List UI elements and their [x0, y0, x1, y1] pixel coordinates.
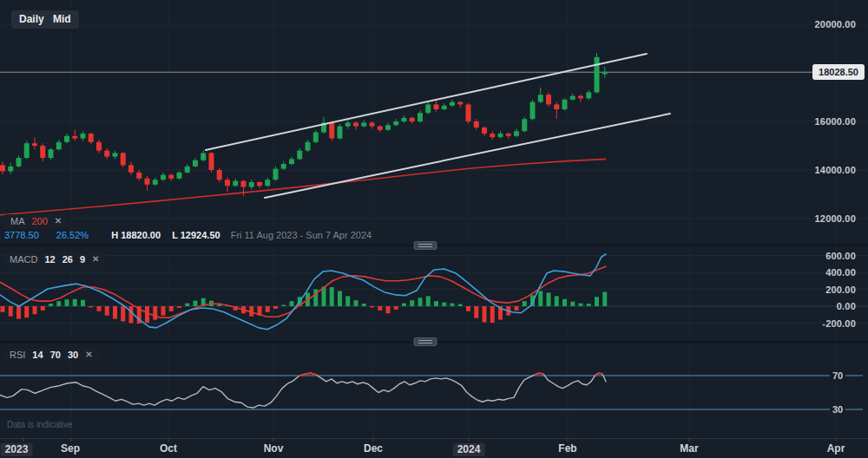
period-low-value: L 12924.50	[172, 230, 220, 241]
time-label-apr: Apr	[827, 443, 845, 455]
rsi-indicator	[0, 373, 606, 408]
ma-period-value: 200	[32, 216, 48, 226]
instrument-stats-row: 3778.50 26.52% H 18820.00 L 12924.50 Fri…	[4, 230, 372, 241]
price-axis[interactable]	[809, 0, 868, 438]
time-label-2023: 2023	[1, 443, 33, 456]
ma200-line	[0, 159, 606, 214]
time-label-dec: Dec	[364, 443, 383, 455]
date-range-label: Fri 11 Aug 2023 - Sun 7 Apr 2024	[231, 230, 372, 241]
macd-params-value: 12 26 9	[44, 254, 85, 265]
period-high-value: H 18820.00	[111, 230, 161, 241]
time-label-mar: Mar	[680, 443, 698, 455]
panel-resize-handle[interactable]	[414, 338, 437, 346]
panel-resize-handle[interactable]	[414, 242, 437, 250]
ma-close-icon[interactable]: ✕	[55, 216, 62, 226]
time-label-feb: Feb	[558, 443, 576, 455]
change-pct-value: 26.52%	[56, 230, 89, 241]
macd-name-label: MACD	[10, 254, 37, 265]
rsi-band-lines	[0, 376, 863, 409]
gridlines	[0, 0, 868, 438]
macd-indicator-label[interactable]: MACD 12 26 9 ✕	[3, 252, 105, 266]
time-label-oct: Oct	[160, 443, 177, 455]
macd-close-icon[interactable]: ✕	[92, 254, 99, 265]
rsi-close-icon[interactable]: ✕	[85, 350, 92, 360]
ma-name-label: MA	[10, 216, 25, 226]
change-abs-value: 3778.50	[4, 230, 39, 241]
time-axis[interactable]: 2023SepOctNovDec2024FebMarApr	[0, 438, 868, 458]
ma-indicator-label[interactable]: MA 200 ✕	[4, 214, 68, 228]
chart-canvas[interactable]	[0, 0, 868, 458]
data-indicative-watermark: Data is indicative	[7, 420, 73, 429]
time-label-2024: 2024	[453, 443, 485, 456]
time-label-sep: Sep	[61, 443, 80, 455]
timeframe-mid-button[interactable]: Mid	[45, 10, 79, 29]
candlesticks	[0, 53, 608, 196]
time-label-nov: Nov	[264, 443, 284, 455]
trading-chart-app: Daily Mid MA 200 ✕ 3778.50 26.52% H 1882…	[0, 0, 868, 458]
rsi-indicator-label[interactable]: RSI 14 70 30 ✕	[3, 348, 99, 362]
rsi-params-value: 14 70 30	[32, 350, 78, 360]
rsi-name-label: RSI	[10, 350, 25, 360]
